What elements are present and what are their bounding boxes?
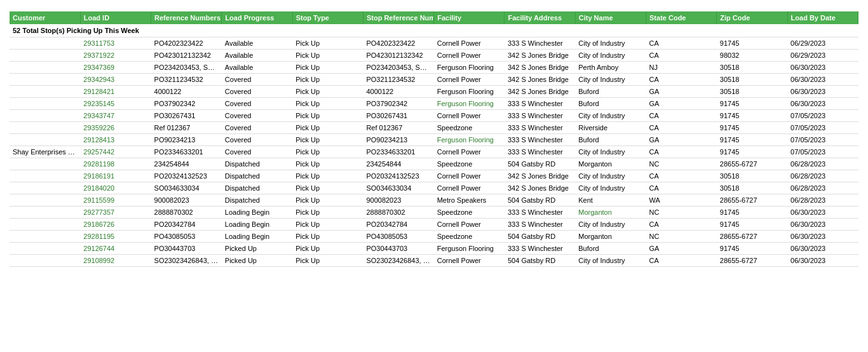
facility-cell: Speedzone bbox=[434, 206, 505, 219]
zip-cell: 30518 bbox=[717, 182, 787, 194]
load-id-cell[interactable]: 29311753 bbox=[80, 37, 151, 50]
customer-cell bbox=[10, 122, 80, 134]
address-cell: 342 S Jones Bridge bbox=[505, 74, 575, 86]
address-cell: 342 S Jones Bridge bbox=[505, 50, 575, 62]
state-cell: CA bbox=[646, 182, 717, 194]
facility-cell: Cornell Power bbox=[434, 219, 505, 231]
zip-cell: 28655-6727 bbox=[717, 231, 787, 243]
state-cell: CA bbox=[646, 255, 717, 267]
stop-ref-cell: PO20324132523 bbox=[363, 170, 433, 182]
load-id-cell[interactable]: 29184020 bbox=[80, 182, 151, 194]
progress-cell: Dispatched bbox=[222, 194, 292, 206]
progress-cell: Covered bbox=[222, 122, 292, 134]
load-id-cell[interactable]: 29277357 bbox=[80, 206, 151, 219]
customer-cell bbox=[10, 194, 80, 206]
zip-cell: 98032 bbox=[717, 50, 787, 62]
stop-ref-cell: PO20342784 bbox=[363, 219, 433, 231]
address-cell: 504 Gatsby RD bbox=[505, 194, 575, 206]
load-id-cell[interactable]: 29342943 bbox=[80, 74, 151, 86]
stop-ref-cell: PO2334633201 bbox=[363, 146, 433, 158]
load-id-cell[interactable]: 29128421 bbox=[80, 86, 151, 98]
stop-type-cell: Pick Up bbox=[292, 74, 363, 86]
load-id-cell[interactable]: 29126744 bbox=[80, 243, 151, 255]
col-header-zip-code: Zip Code bbox=[717, 11, 787, 24]
state-cell: CA bbox=[646, 122, 717, 134]
address-cell: 333 S Winchester bbox=[505, 134, 575, 146]
state-cell: WA bbox=[646, 194, 717, 206]
address-cell: 333 S Winchester bbox=[505, 243, 575, 255]
city-cell: City of Industry bbox=[575, 37, 646, 50]
load-id-cell[interactable]: 29371922 bbox=[80, 50, 151, 62]
tracking-table: CustomerLoad IDReference NumbersLoad Pro… bbox=[10, 11, 858, 267]
progress-cell: Covered bbox=[222, 74, 292, 86]
facility-cell: Ferguson Flooring bbox=[434, 243, 505, 255]
ref-numbers-cell: PO234203453, SO234115687 bbox=[151, 62, 222, 74]
ref-numbers-cell: PO90234213 bbox=[151, 134, 222, 146]
progress-cell: Available bbox=[222, 37, 292, 50]
city-cell: City of Industry bbox=[575, 74, 646, 86]
state-cell: NC bbox=[646, 231, 717, 243]
customer-cell bbox=[10, 110, 80, 122]
load-id-cell[interactable]: 29281198 bbox=[80, 158, 151, 170]
progress-cell: Covered bbox=[222, 86, 292, 98]
stop-ref-cell: PO423012132342 bbox=[363, 50, 433, 62]
facility-cell: Ferguson Flooring bbox=[434, 134, 505, 146]
load-by-cell: 06/30/2023 bbox=[787, 98, 858, 110]
zip-cell: 91745 bbox=[717, 134, 787, 146]
state-cell: CA bbox=[646, 110, 717, 122]
stop-type-cell: Pick Up bbox=[292, 62, 363, 74]
stop-ref-cell: 234254844 bbox=[363, 158, 433, 170]
zip-cell: 91745 bbox=[717, 206, 787, 219]
state-cell: GA bbox=[646, 134, 717, 146]
customer-cell bbox=[10, 255, 80, 267]
load-id-cell[interactable]: 29115599 bbox=[80, 194, 151, 206]
progress-cell: Picked Up bbox=[222, 255, 292, 267]
load-id-cell[interactable]: 29343747 bbox=[80, 110, 151, 122]
load-by-cell: 06/28/2023 bbox=[787, 170, 858, 182]
load-id-cell[interactable]: 29186726 bbox=[80, 219, 151, 231]
address-cell: 333 S Winchester bbox=[505, 146, 575, 158]
city-cell: Kent bbox=[575, 194, 646, 206]
table-row: 29342943PO3211234532CoveredPick UpPO3211… bbox=[10, 74, 858, 86]
load-id-cell[interactable]: 29108992 bbox=[80, 255, 151, 267]
zip-cell: 28655-6727 bbox=[717, 158, 787, 170]
stop-type-cell: Pick Up bbox=[292, 170, 363, 182]
load-by-cell: 06/29/2023 bbox=[787, 37, 858, 50]
load-id-cell[interactable]: 29186191 bbox=[80, 170, 151, 182]
zip-cell: 30518 bbox=[717, 62, 787, 74]
city-cell: Perth Amboy bbox=[575, 62, 646, 74]
customer-cell bbox=[10, 182, 80, 194]
address-cell: 342 S Jones Bridge bbox=[505, 182, 575, 194]
load-by-cell: 07/05/2023 bbox=[787, 122, 858, 134]
load-id-cell[interactable]: 29347369 bbox=[80, 62, 151, 74]
city-cell: City of Industry bbox=[575, 50, 646, 62]
table-row: 29184020SO034633034DispatchedPick UpSO03… bbox=[10, 182, 858, 194]
table-row: 29371922PO423012132342AvailablePick UpPO… bbox=[10, 50, 858, 62]
progress-cell: Dispatched bbox=[222, 182, 292, 194]
customer-cell bbox=[10, 206, 80, 219]
ref-numbers-cell: PO20342784 bbox=[151, 219, 222, 231]
load-id-cell[interactable]: 29128413 bbox=[80, 134, 151, 146]
stop-ref-cell: 4000122 bbox=[363, 86, 433, 98]
load-id-cell[interactable]: 29257442 bbox=[80, 146, 151, 158]
state-cell: CA bbox=[646, 219, 717, 231]
zip-cell: 28655-6727 bbox=[717, 255, 787, 267]
state-cell: CA bbox=[646, 146, 717, 158]
load-id-cell[interactable]: 29281195 bbox=[80, 231, 151, 243]
city-cell: Morganton bbox=[575, 231, 646, 243]
col-header-load-id: Load ID bbox=[80, 11, 151, 24]
progress-cell: Covered bbox=[222, 110, 292, 122]
customer-cell: Shay Enterprises LLC bbox=[10, 146, 80, 158]
state-cell: CA bbox=[646, 170, 717, 182]
load-id-cell[interactable]: 29359226 bbox=[80, 122, 151, 134]
load-by-cell: 06/30/2023 bbox=[787, 231, 858, 243]
load-by-cell: 06/30/2023 bbox=[787, 206, 858, 219]
col-header-customer: Customer bbox=[10, 11, 80, 24]
city-cell: Buford bbox=[575, 243, 646, 255]
table-row: 29115599900082023DispatchedPick Up900082… bbox=[10, 194, 858, 206]
stop-type-cell: Pick Up bbox=[292, 98, 363, 110]
zip-cell: 30518 bbox=[717, 86, 787, 98]
progress-cell: Loading Begin bbox=[222, 206, 292, 219]
customer-cell bbox=[10, 62, 80, 74]
load-id-cell[interactable]: 29235145 bbox=[80, 98, 151, 110]
